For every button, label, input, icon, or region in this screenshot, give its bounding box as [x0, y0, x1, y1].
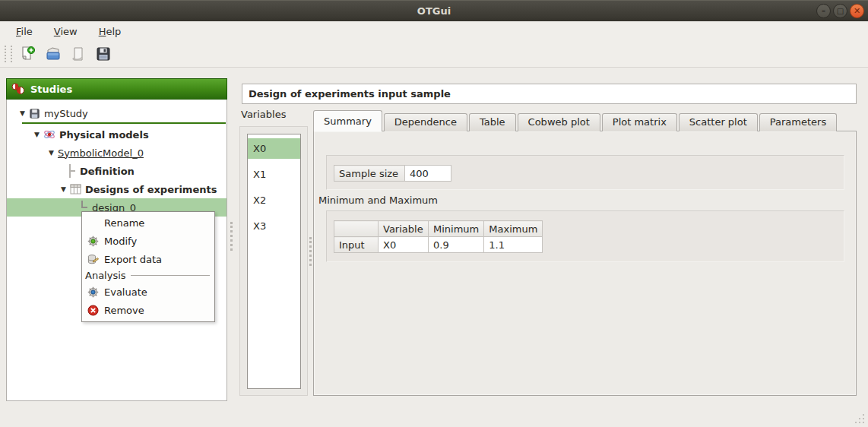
- open-folder-icon: [45, 46, 62, 62]
- menu-item-remove[interactable]: Remove: [82, 301, 214, 319]
- cell-variable[interactable]: X0: [379, 237, 429, 253]
- studies-icon: [11, 83, 25, 95]
- variable-item-x0[interactable]: X0: [248, 138, 300, 159]
- summary-tab-panel: Sample size 400 Minimum and Maximum Vari…: [313, 131, 857, 396]
- minimize-icon: –: [817, 5, 830, 17]
- save-icon: [95, 46, 112, 62]
- cell-maximum[interactable]: 1.1: [484, 237, 543, 253]
- menu-item-modify[interactable]: Modify: [82, 232, 214, 250]
- import-script-icon: [70, 46, 87, 62]
- minmax-title: Minimum and Maximum: [318, 195, 438, 206]
- tab-bar: Summary Dependence Table Cobweb plot Plo…: [313, 110, 838, 131]
- menu-item-export-data[interactable]: Export data: [82, 250, 214, 268]
- no-icon: [87, 217, 99, 229]
- variable-item-x1[interactable]: X1: [248, 164, 300, 185]
- sample-size-box: Sample size 400: [326, 155, 844, 190]
- gear-run-icon: [87, 286, 99, 298]
- splitter-handle-left[interactable]: [230, 222, 233, 251]
- gear-green-icon: [87, 235, 99, 247]
- corner-header-cell: [334, 221, 379, 237]
- row-header-input: Input: [334, 237, 379, 253]
- titlebar[interactable]: OTGui – □ ✕: [0, 0, 868, 21]
- atom-icon: [43, 128, 55, 141]
- menu-item-evaluate[interactable]: Evaluate: [82, 283, 214, 301]
- maximum-header-cell: Maximum: [484, 221, 543, 237]
- expand-arrow-icon[interactable]: ▼: [61, 186, 66, 193]
- tab-cobweb-plot[interactable]: Cobweb plot: [518, 113, 600, 131]
- menu-view[interactable]: View: [46, 24, 86, 40]
- window-title: OTGui: [0, 1, 868, 22]
- table-row: Input X0 0.9 1.1: [334, 237, 543, 253]
- open-study-button[interactable]: [42, 43, 65, 65]
- expand-arrow-icon[interactable]: ▼: [49, 150, 54, 157]
- close-button[interactable]: ✕: [850, 4, 864, 18]
- application-window: OTGui – □ ✕ File View Help: [0, 0, 868, 427]
- variables-list: X0 X1 X2 X3: [247, 134, 301, 389]
- toolbar-drag-handle[interactable]: [5, 46, 12, 62]
- window-controls: – □ ✕: [816, 4, 864, 18]
- tree-item-physical-models[interactable]: ▼ Physical models: [7, 125, 227, 144]
- study-save-icon: [29, 108, 40, 119]
- resize-grip-icon[interactable]: [854, 413, 866, 425]
- variables-panel: X0 X1 X2 X3: [239, 126, 308, 396]
- studies-panel-title: Studies: [30, 84, 72, 95]
- variable-item-x2[interactable]: X2: [248, 190, 300, 210]
- table-header-row: Variable Minimum Maximum: [334, 221, 543, 237]
- tab-scatter-plot[interactable]: Scatter plot: [679, 113, 758, 131]
- expand-arrow-icon[interactable]: ▼: [20, 110, 25, 117]
- import-script-button[interactable]: [67, 43, 90, 65]
- tab-table[interactable]: Table: [469, 113, 516, 131]
- sample-size-value: 400: [405, 166, 451, 182]
- section-divider: [131, 275, 210, 276]
- table-icon: [70, 184, 81, 195]
- menu-file[interactable]: File: [8, 24, 41, 40]
- tree-item-symbolicmodel-0[interactable]: ▼ SymbolicModel_0: [7, 144, 227, 162]
- close-icon: ✕: [851, 5, 863, 17]
- remove-icon: [87, 304, 99, 316]
- minimize-button[interactable]: –: [816, 4, 831, 18]
- cell-minimum[interactable]: 0.9: [429, 237, 484, 253]
- document-title: Design of experiments input sample: [242, 84, 857, 104]
- studies-panel-header: Studies: [6, 78, 227, 100]
- database-export-icon: [87, 253, 99, 265]
- variables-label: Variables: [241, 109, 286, 120]
- tab-parameters[interactable]: Parameters: [759, 113, 837, 131]
- current-study-underline: [22, 122, 226, 124]
- tree-item-definition[interactable]: Definition: [7, 162, 227, 180]
- variable-header-cell: Variable: [379, 221, 429, 237]
- minimum-header-cell: Minimum: [429, 221, 484, 237]
- save-study-button[interactable]: [92, 43, 115, 65]
- tree-item-mystudy[interactable]: ▼ myStudy: [7, 104, 227, 122]
- new-document-icon: [20, 46, 36, 62]
- menubar: File View Help: [0, 21, 868, 41]
- menu-help[interactable]: Help: [90, 24, 130, 40]
- menu-section-analysis: Analysis: [82, 268, 214, 283]
- tree-branch-icon: [68, 164, 76, 178]
- tree-item-designs-of-experiments[interactable]: ▼ Designs of experiments: [7, 180, 227, 198]
- tab-summary[interactable]: Summary: [313, 110, 382, 131]
- variable-item-x3[interactable]: X3: [248, 216, 300, 236]
- tab-dependence[interactable]: Dependence: [384, 113, 467, 131]
- minmax-table: Variable Minimum Maximum Input X0 0.9 1.…: [334, 220, 543, 253]
- sample-size-table: Sample size 400: [334, 165, 451, 182]
- maximize-button[interactable]: □: [833, 4, 847, 18]
- context-menu: Rename Modify Export data: [81, 211, 215, 322]
- maximize-icon: □: [834, 5, 847, 17]
- minmax-box: Variable Minimum Maximum Input X0 0.9 1.…: [326, 210, 844, 262]
- splitter-handle-right[interactable]: [309, 237, 312, 266]
- expand-arrow-icon[interactable]: ▼: [34, 131, 40, 138]
- tab-plot-matrix[interactable]: Plot matrix: [602, 113, 677, 131]
- sample-size-label: Sample size: [334, 166, 405, 182]
- toolbar: [0, 41, 868, 68]
- new-study-button[interactable]: [17, 43, 40, 65]
- menu-item-rename[interactable]: Rename: [82, 214, 214, 232]
